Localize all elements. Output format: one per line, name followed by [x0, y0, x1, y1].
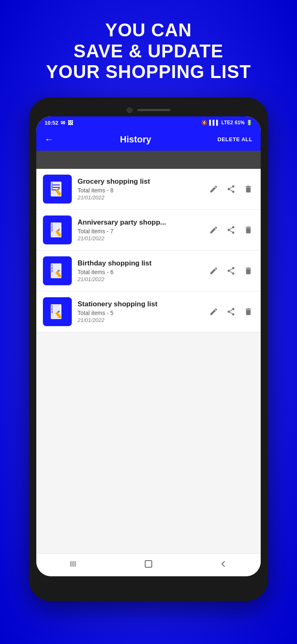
list-item: 1 2 3 Anniversary party shopp... Total i… [36, 210, 261, 251]
svg-rect-34 [145, 561, 152, 567]
shopping-list-icon: 1 2 3 [48, 180, 66, 198]
list-item-date-3: 21/01/2022 [78, 317, 202, 323]
svg-text:1: 1 [51, 305, 53, 308]
svg-text:3: 3 [51, 270, 53, 272]
list-item-actions-1 [208, 224, 254, 236]
svg-text:2: 2 [51, 185, 53, 188]
svg-rect-32 [73, 561, 73, 567]
signal-icon: ▌▌▌ [209, 120, 220, 125]
list-item-icon-1: 1 2 3 [43, 215, 72, 244]
phone-screen: 10:52 ✉ 🖼 🔇 ▌▌▌ LTE2 61% 🔋 ← History DEL… [36, 116, 261, 576]
speaker-bar [137, 109, 170, 111]
nav-home-button[interactable] [144, 559, 153, 571]
svg-text:3: 3 [51, 229, 53, 232]
svg-text:3: 3 [51, 310, 53, 313]
shopping-list-icon: 1 2 3 [48, 303, 66, 321]
edit-button-3[interactable] [208, 306, 219, 317]
list-item-title-2: Birthday shopping list [78, 259, 202, 268]
delete-button-3[interactable] [243, 306, 254, 317]
share-button-2[interactable] [225, 265, 237, 277]
list-item-content-1: Anniversary party shopp... Total items -… [78, 218, 202, 242]
app-bar: ← History DELETE ALL [36, 129, 261, 151]
list-item-title-0: Grocery shopping list [78, 178, 202, 186]
svg-text:2: 2 [51, 267, 53, 270]
nav-menu-button[interactable] [69, 559, 79, 571]
svg-rect-33 [75, 561, 75, 567]
email-icon: ✉ [61, 120, 65, 126]
list-item-subtitle-3: Total items - 5 [78, 310, 202, 316]
list-item-title-3: Stationery shopping list [78, 300, 202, 308]
battery-display: 61% [235, 120, 245, 125]
share-button-0[interactable] [225, 183, 237, 195]
list-item: 1 2 3 Birthday shopping list Total items… [36, 251, 261, 291]
share-button-1[interactable] [225, 224, 237, 236]
list-item-title-1: Anniversary party shopp... [78, 218, 202, 227]
list-item: 1 2 3 Stationery shopping list Total ite… [36, 291, 261, 332]
share-button-3[interactable] [225, 306, 237, 317]
svg-text:1: 1 [51, 223, 53, 226]
list-item-icon-0: 1 2 3 [43, 175, 72, 204]
filter-bar [36, 151, 261, 169]
battery-icon: 🔋 [246, 120, 252, 125]
edit-button-2[interactable] [208, 265, 219, 277]
list-item-subtitle-2: Total items - 6 [78, 269, 202, 275]
svg-text:2: 2 [51, 308, 53, 310]
delete-button-1[interactable] [243, 224, 254, 236]
shopping-list-icon: 1 2 3 [48, 221, 66, 239]
camera-dot [127, 107, 132, 113]
list-item-date-2: 21/01/2022 [78, 276, 202, 282]
svg-text:2: 2 [51, 226, 53, 229]
list-item-content-0: Grocery shopping list Total items - 8 21… [78, 178, 202, 201]
list-container: 1 2 3 Grocery shopping list Total items … [36, 169, 261, 553]
time-display: 10:52 [45, 120, 58, 126]
delete-all-button[interactable]: DELETE ALL [217, 136, 252, 142]
svg-text:1: 1 [51, 182, 53, 185]
status-bar: 10:52 ✉ 🖼 🔇 ▌▌▌ LTE2 61% 🔋 [36, 116, 261, 129]
list-item-date-1: 21/01/2022 [78, 235, 202, 242]
edit-button-0[interactable] [208, 183, 219, 195]
list-item-subtitle-0: Total items - 8 [78, 187, 202, 194]
edit-button-1[interactable] [208, 224, 219, 236]
list-item-actions-2 [208, 265, 254, 277]
list-item-actions-3 [208, 306, 254, 317]
svg-rect-31 [71, 561, 71, 567]
svg-text:1: 1 [51, 264, 53, 267]
list-item-icon-2: 1 2 3 [43, 256, 72, 285]
page-title: History [120, 134, 151, 145]
bottom-nav [36, 553, 261, 576]
svg-text:3: 3 [51, 188, 53, 191]
list-item-content-2: Birthday shopping list Total items - 6 2… [78, 259, 202, 282]
phone-notch [36, 105, 261, 116]
list-item-subtitle-1: Total items - 7 [78, 228, 202, 234]
phone-frame: 10:52 ✉ 🖼 🔇 ▌▌▌ LTE2 61% 🔋 ← History DEL… [29, 97, 268, 601]
back-button[interactable]: ← [45, 134, 54, 145]
list-item-content-3: Stationery shopping list Total items - 5… [78, 300, 202, 323]
list-item-actions-0 [208, 183, 254, 195]
status-left: 10:52 ✉ 🖼 [45, 120, 73, 126]
delete-button-0[interactable] [243, 183, 254, 195]
list-item: 1 2 3 Grocery shopping list Total items … [36, 169, 261, 210]
mute-icon: 🔇 [201, 120, 207, 125]
status-right: 🔇 ▌▌▌ LTE2 61% 🔋 [201, 120, 252, 125]
lte-icon: LTE2 [222, 120, 233, 125]
delete-button-2[interactable] [243, 265, 254, 277]
header-title: YOU CAN SAVE & UPDATE YOUR SHOPPING LIST [21, 0, 276, 97]
image-icon: 🖼 [68, 120, 73, 126]
shopping-list-icon: 1 2 3 [48, 262, 66, 280]
list-item-icon-3: 1 2 3 [43, 297, 72, 326]
list-item-date-0: 21/01/2022 [78, 194, 202, 201]
nav-back-button[interactable] [218, 559, 228, 571]
